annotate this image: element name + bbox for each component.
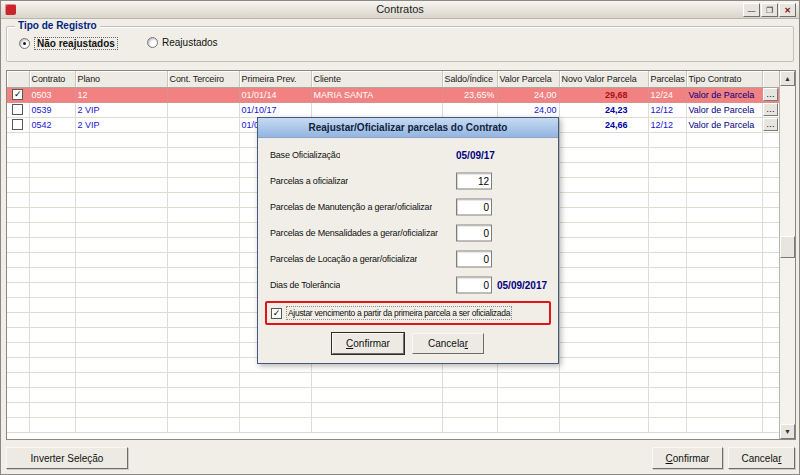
cell-contrato: 0542 <box>29 117 75 132</box>
radio-unchecked-icon <box>147 37 158 48</box>
confirm-button[interactable]: Confirmar <box>652 447 723 469</box>
field-dias-tolerancia: Dias de Tolerância 05/09/2017 <box>258 272 558 298</box>
column-header-options <box>762 71 779 87</box>
field-parcelas-locacao: Parcelas de Locação a gerar/oficializar <box>258 246 558 272</box>
empty-row <box>7 402 779 417</box>
checkbox-checked-icon: ✓ <box>12 89 23 100</box>
ajustar-vencimento-checkbox-label[interactable]: Ajustar vencimento a partir da primeira … <box>286 306 512 320</box>
row-options-button[interactable]: … <box>763 118 778 131</box>
table-row[interactable]: ✓ 0503 12 01/01/14 MARIA SANTA 23,65% 24… <box>7 87 779 102</box>
cell-novo-valor-parcela: 29,68 <box>559 87 648 102</box>
cell-tipo-contrato: Valor de Parcela <box>686 117 762 132</box>
grid-header-row: Contrato Plano Cont. Terceiro Primeira P… <box>7 71 779 87</box>
cell-primeira-prev: 01/01/14 <box>239 87 311 102</box>
row-options-button[interactable]: … <box>763 88 778 101</box>
column-header-novo-valor-parcela[interactable]: Novo Valor Parcela <box>559 71 648 87</box>
cell-tipo-contrato: Valor de Parcela <box>686 102 762 117</box>
radio-reajustados[interactable]: Reajustados <box>147 37 218 48</box>
cell-valor-parcela: 24,00 <box>497 87 559 102</box>
cell-tipo-contrato: Valor de Parcela <box>686 87 762 102</box>
parcelas-manutencao-input[interactable] <box>456 199 492 216</box>
base-oficializacao-value: 05/09/17 <box>456 150 495 161</box>
cell-cont-terceiro <box>167 102 239 117</box>
dialog-confirm-button[interactable]: Confirmar <box>332 333 404 354</box>
window-controls: — ❐ ✕ <box>743 3 796 17</box>
radio-checked-icon <box>19 38 30 49</box>
ajustar-vencimento-annotation: ✓ Ajustar vencimento a partir da primeir… <box>265 301 551 325</box>
scroll-thumb[interactable] <box>780 236 795 258</box>
cell-parcelas: 12/24 <box>648 87 686 102</box>
column-header-primeira-prev[interactable]: Primeira Prev. <box>239 71 311 87</box>
checkbox-checked-icon[interactable]: ✓ <box>271 308 282 319</box>
parcelas-mensalidades-input[interactable] <box>456 225 492 242</box>
cell-contrato: 0503 <box>29 87 75 102</box>
row-checkbox-cell[interactable] <box>7 117 29 132</box>
column-header-valor-parcela[interactable]: Valor Parcela <box>497 71 559 87</box>
empty-row <box>7 387 779 402</box>
vertical-scrollbar[interactable]: ▲ ▼ <box>779 71 795 439</box>
cell-saldo-indice <box>442 102 497 117</box>
empty-row <box>7 372 779 387</box>
invert-selection-button[interactable]: Inverter Seleção <box>6 447 128 469</box>
tolerancia-date-label: 05/09/2017 <box>497 280 547 291</box>
field-parcelas-manutencao: Parcelas de Manutenção a gerar/oficializ… <box>258 194 558 220</box>
empty-row <box>7 417 779 432</box>
cell-plano: 2 VIP <box>75 102 167 117</box>
column-header-saldo-indice[interactable]: Saldo/Índice <box>442 71 497 87</box>
cancel-button[interactable]: Cancelar <box>728 447 795 469</box>
column-header-tipo-contrato[interactable]: Tipo Contrato <box>686 71 762 87</box>
cell-novo-valor-parcela: 24,66 <box>559 117 648 132</box>
cell-primeira-prev: 01/10/17 <box>239 102 311 117</box>
group-legend: Tipo de Registro <box>15 20 100 31</box>
app-window: Contratos — ❐ ✕ Tipo de Registro Não rea… <box>0 0 800 475</box>
column-header-contrato[interactable]: Contrato <box>29 71 75 87</box>
dialog-titlebar[interactable]: Reajustar/Oficializar parcelas do Contra… <box>258 118 558 138</box>
dialog-body: Base Oficialização 05/09/17 Parcelas a o… <box>258 138 558 354</box>
checkbox-unchecked-icon <box>12 119 23 130</box>
scroll-up-icon[interactable]: ▲ <box>780 71 795 86</box>
column-header-cont-terceiro[interactable]: Cont. Terceiro <box>167 71 239 87</box>
table-row[interactable]: 0539 2 VIP 01/10/17 24,00 24,23 12/12 Va… <box>7 102 779 117</box>
scroll-down-icon[interactable]: ▼ <box>780 424 795 439</box>
cell-plano: 2 VIP <box>75 117 167 132</box>
row-checkbox-cell[interactable]: ✓ <box>7 87 29 102</box>
row-checkbox-cell[interactable] <box>7 102 29 117</box>
checkbox-unchecked-icon <box>12 104 23 115</box>
minimize-button[interactable]: — <box>743 3 760 17</box>
row-options-button[interactable]: … <box>763 103 778 116</box>
maximize-button[interactable]: ❐ <box>761 3 778 17</box>
cell-parcelas: 12/12 <box>648 102 686 117</box>
window-title: Contratos <box>1 3 799 15</box>
field-parcelas-oficializar: Parcelas a oficializar <box>258 168 558 194</box>
field-base-oficializacao: Base Oficialização 05/09/17 <box>258 142 558 168</box>
column-header-parcelas[interactable]: Parcelas <box>648 71 686 87</box>
cell-cliente: MARIA SANTA <box>311 87 442 102</box>
tipo-registro-group: Tipo de Registro Não reajustados Reajust… <box>6 26 794 62</box>
cell-plano: 12 <box>75 87 167 102</box>
cell-parcelas: 12/12 <box>648 117 686 132</box>
titlebar[interactable]: Contratos — ❐ ✕ <box>1 1 799 19</box>
cell-cliente <box>311 102 442 117</box>
cell-cont-terceiro <box>167 117 239 132</box>
column-header-cliente[interactable]: Cliente <box>311 71 442 87</box>
dialog-cancel-button[interactable]: Cancelar <box>412 333 484 354</box>
cell-valor-parcela: 24,00 <box>497 102 559 117</box>
field-parcelas-mensalidades: Parcelas de Mensalidades a gerar/oficial… <box>258 220 558 246</box>
dias-tolerancia-input[interactable] <box>456 277 492 294</box>
cell-contrato: 0539 <box>29 102 75 117</box>
dialog-buttons: Confirmar Cancelar <box>258 333 558 354</box>
parcelas-locacao-input[interactable] <box>456 251 492 268</box>
column-header-checkbox[interactable] <box>7 71 29 87</box>
cell-saldo-indice: 23,65% <box>442 87 497 102</box>
cell-cont-terceiro <box>167 87 239 102</box>
reajustar-dialog: Reajustar/Oficializar parcelas do Contra… <box>257 117 559 364</box>
parcelas-oficializar-input[interactable] <box>456 173 492 190</box>
close-button[interactable]: ✕ <box>779 3 796 17</box>
cell-novo-valor-parcela: 24,23 <box>559 102 648 117</box>
column-header-plano[interactable]: Plano <box>75 71 167 87</box>
radio-nao-reajustados[interactable]: Não reajustados <box>19 37 118 50</box>
